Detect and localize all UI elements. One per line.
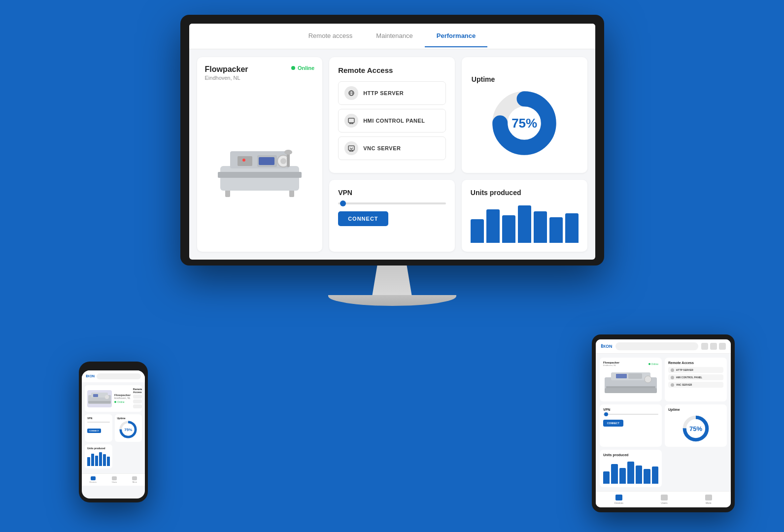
monitor-screen: Remote access Maintenance Performance Fl…: [189, 24, 595, 260]
phone-remote-title: Remote Access: [133, 388, 142, 394]
svg-rect-37: [628, 373, 642, 379]
tablet-uptime-value: 75%: [689, 425, 702, 432]
tablet-search[interactable]: [615, 342, 698, 350]
tablet-remote-item-vnc[interactable]: VNC SERVER: [668, 382, 723, 388]
tab-performance[interactable]: Performance: [425, 25, 487, 47]
tablet-vpn-title: VPN: [603, 408, 658, 411]
svg-point-9: [242, 159, 245, 162]
phone-nav-devices[interactable]: Devices: [90, 476, 97, 483]
svg-rect-8: [218, 172, 302, 178]
phone-connect-btn[interactable]: CONNECT: [87, 429, 101, 433]
bar-6: [549, 217, 563, 243]
machine-illustration: [210, 132, 309, 200]
tablet-nav-devices[interactable]: Devices: [614, 495, 623, 504]
tablet-hmi-icon: [671, 376, 674, 379]
phone-nav-users[interactable]: Users: [112, 476, 117, 483]
tablet-remote-item-hmi[interactable]: HMI CONTROL PANEL: [668, 374, 723, 380]
tablet-machine-loc: Eindhoven, NL: [603, 364, 619, 366]
uptime-donut: 75%: [492, 91, 556, 155]
phone-units-title: Units produced: [87, 447, 110, 450]
tablet-vnc-label: VNC SERVER: [676, 383, 692, 386]
monitor-wrapper: Remote access Maintenance Performance Fl…: [180, 15, 604, 306]
units-bar-chart: [471, 203, 579, 243]
phone-bar-3: [95, 456, 98, 466]
tablet-nav-more[interactable]: More: [705, 495, 712, 504]
phone-nav-devices-label: Devices: [90, 481, 97, 483]
connect-button[interactable]: CONNECT: [338, 211, 388, 226]
tablet-content: Flowpacker Eindhoven, NL Online: [596, 354, 731, 491]
phone-uptime-value: 75%: [124, 428, 132, 432]
tablet-nav-users[interactable]: Users: [661, 495, 668, 504]
tablet-vpn-track: [603, 414, 658, 415]
vpn-slider-thumb[interactable]: [340, 200, 346, 206]
tablet-mail-icon[interactable]: [701, 343, 708, 350]
tablet-status-dot: [648, 363, 650, 365]
phone-bar-1: [87, 457, 90, 466]
vpn-title: VPN: [338, 189, 446, 197]
phone-search-bar[interactable]: [97, 373, 141, 379]
phone-bar-4: [99, 452, 102, 466]
phone-remote-item-2[interactable]: [133, 399, 142, 403]
remote-item-vnc[interactable]: VNC SERVER: [338, 136, 446, 160]
tablet-http-label: HTTP SERVER: [676, 368, 693, 371]
tab-maintenance[interactable]: Maintenance: [364, 25, 424, 47]
tablet-nav-devices-label: Devices: [614, 501, 623, 504]
tablet-units-title: Units produced: [603, 453, 658, 457]
tablet-vpn-thumb: [604, 412, 608, 416]
status-badge: Online: [291, 65, 314, 71]
monitor-stand-neck: [368, 266, 417, 295]
phone-logo: ⅡXON: [86, 374, 95, 378]
tab-remote-access[interactable]: Remote access: [297, 25, 365, 47]
tablet-vpn-card: VPN CONNECT: [600, 404, 662, 447]
svg-rect-15: [348, 118, 354, 123]
tablet-bar-7: [652, 466, 658, 484]
tablet-close-icon[interactable]: [719, 343, 726, 350]
tablet-logo: ⅡXON: [601, 344, 613, 349]
tablet-connect-button[interactable]: CONNECT: [603, 420, 623, 427]
tablet-machine-header: Flowpacker Eindhoven, NL Online: [603, 361, 658, 366]
phone-nav-more[interactable]: More: [132, 476, 137, 483]
more-icon: [132, 476, 137, 480]
bar-1: [471, 219, 484, 243]
vpn-card: VPN CONNECT: [329, 180, 455, 252]
svg-point-28: [105, 395, 109, 399]
phone-status-label: Online: [117, 400, 124, 403]
devices-icon: [91, 476, 96, 480]
remote-access-title: Remote Access: [338, 66, 446, 74]
app-header: Remote access Maintenance Performance: [189, 24, 595, 49]
tablet-bar-5: [636, 466, 642, 484]
remote-item-http[interactable]: HTTP SERVER: [338, 81, 446, 105]
remote-item-hmi[interactable]: HMI CONTROL PANEL: [338, 109, 446, 133]
monitor-stand-base: [328, 295, 456, 306]
phone-logo-text: ⅡXON: [86, 374, 95, 378]
machine-image-area: [205, 88, 315, 244]
app-tabs: Remote access Maintenance Performance: [297, 25, 488, 47]
machine-card: Flowpacker Eindhoven, NL Online: [197, 57, 323, 252]
tablet-bar-4: [627, 462, 634, 484]
svg-rect-10: [259, 157, 274, 165]
phone-bar-6: [107, 457, 110, 466]
phone-donut: 75%: [118, 420, 138, 439]
tablet-header: ⅡXON: [596, 339, 731, 354]
tablet-grid-icon[interactable]: [710, 343, 717, 350]
tablet-users-icon: [661, 495, 668, 500]
tablet-header-icons: [701, 343, 726, 350]
tablet-status-label: Online: [651, 363, 658, 366]
tablet-devices-icon: [615, 495, 622, 500]
phone-status: Online: [114, 400, 131, 403]
phone-bar-chart: [87, 451, 110, 466]
uptime-value: 75%: [511, 115, 537, 131]
tablet-more-icon: [705, 495, 712, 500]
phone-remote-item-3[interactable]: [133, 404, 142, 408]
tablet-machine-card: Flowpacker Eindhoven, NL Online: [600, 358, 662, 401]
remote-label-hmi: HMI CONTROL PANEL: [363, 118, 425, 124]
bar-4: [518, 205, 531, 243]
tablet-bar-3: [619, 468, 626, 484]
vpn-slider-track[interactable]: [338, 202, 446, 204]
tablet-remote-item-http[interactable]: HTTP SERVER: [668, 367, 723, 373]
phone-remote-item-1[interactable]: [133, 395, 142, 399]
tablet-status: Online: [648, 361, 658, 366]
tablet-bar-chart: [603, 459, 658, 484]
tablet-uptime-card: Uptime 75%: [665, 404, 727, 447]
tablet-screen: ⅡXON Flowpacker Eindhoven, NL: [596, 339, 731, 507]
